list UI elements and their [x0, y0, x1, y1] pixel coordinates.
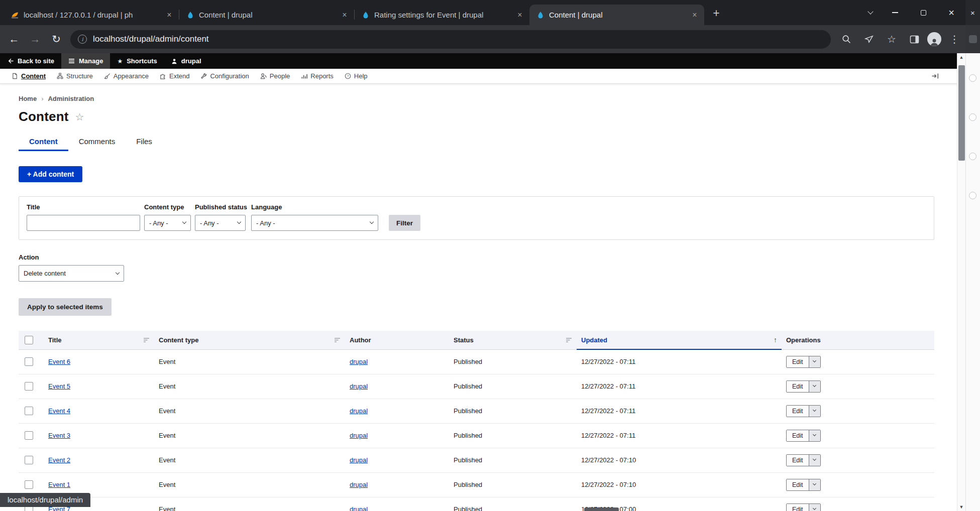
menu-item-appearance[interactable]: Appearance — [98, 69, 154, 83]
menu-item-extend[interactable]: Extend — [154, 69, 195, 83]
drupal-admin-toolbar: Back to site Manage ★ Shortcuts drupal — [0, 53, 980, 69]
maximize-button[interactable] — [909, 0, 937, 25]
sort-icon[interactable] — [566, 337, 572, 343]
header-title[interactable]: Title — [48, 336, 62, 344]
edit-dropdown-toggle[interactable] — [809, 406, 820, 417]
new-tab-button[interactable]: + — [709, 7, 723, 21]
author-link[interactable]: drupal — [350, 505, 368, 511]
breadcrumb-home-link[interactable]: Home — [19, 95, 37, 102]
zoom-icon[interactable] — [837, 30, 856, 49]
menu-item-structure[interactable]: Structure — [51, 69, 98, 83]
content-title-link[interactable]: Event 3 — [48, 432, 70, 439]
author-link[interactable]: drupal — [350, 432, 368, 439]
apply-to-selected-button[interactable]: Apply to selected items — [19, 298, 112, 316]
language-select[interactable]: - Any - — [251, 215, 378, 231]
back-to-site-button[interactable]: Back to site — [0, 53, 61, 69]
edit-button[interactable]: Edit — [787, 381, 809, 392]
back-button[interactable]: ← — [4, 29, 24, 49]
tab-comments[interactable]: Comments — [68, 133, 126, 151]
page-scrollbar[interactable]: ▲ ▼ — [957, 53, 965, 511]
content-title-link[interactable]: Event 4 — [48, 407, 70, 415]
scroll-down-arrow-icon[interactable]: ▼ — [957, 503, 965, 511]
sort-icon[interactable] — [143, 337, 150, 343]
header-updated-sort-link[interactable]: Updated — [581, 336, 607, 344]
profile-avatar[interactable] — [927, 32, 941, 46]
edit-button[interactable]: Edit — [787, 479, 809, 490]
browser-tab-content-active[interactable]: Content | drupal × — [529, 5, 704, 25]
published-status-select[interactable]: - Any - — [195, 215, 246, 231]
tab-files[interactable]: Files — [126, 133, 163, 151]
content-title-link[interactable]: Event 1 — [48, 481, 70, 488]
tab-close-icon[interactable]: × — [165, 11, 174, 20]
side-panel-icon[interactable] — [905, 30, 924, 49]
edit-dropdown-toggle[interactable] — [809, 381, 820, 392]
tab-close-icon[interactable]: × — [340, 11, 349, 20]
header-status[interactable]: Status — [454, 336, 474, 344]
page-tabs: Content Comments Files — [19, 133, 953, 151]
edit-button[interactable]: Edit — [787, 356, 809, 367]
user-account-button[interactable]: drupal — [164, 53, 208, 69]
address-bar[interactable]: i localhost/drupal/admin/content — [70, 30, 831, 49]
row-checkbox[interactable] — [25, 407, 33, 415]
browser-menu-icon[interactable]: ⋮ — [945, 30, 964, 49]
title-filter-input[interactable] — [27, 215, 140, 231]
menu-item-reports[interactable]: Reports — [295, 69, 339, 83]
share-icon[interactable] — [859, 30, 879, 49]
author-link[interactable]: drupal — [350, 382, 368, 390]
menu-item-configuration[interactable]: Configuration — [195, 69, 254, 83]
toolbar-orientation-toggle[interactable] — [931, 73, 939, 79]
row-checkbox[interactable] — [25, 382, 33, 391]
content-title-link[interactable]: Event 5 — [48, 382, 70, 390]
scroll-up-arrow-icon[interactable]: ▲ — [957, 53, 965, 61]
site-info-icon[interactable]: i — [78, 35, 87, 44]
tab-close-icon[interactable]: × — [515, 11, 524, 20]
browser-tab-content-1[interactable]: Content | drupal × — [179, 5, 354, 25]
row-checkbox[interactable] — [25, 431, 33, 440]
browser-tab-rating-settings[interactable]: Rating settings for Event | drupal × — [355, 5, 529, 25]
tab-content[interactable]: Content — [19, 133, 68, 151]
edit-button[interactable]: Edit — [787, 504, 809, 511]
action-select[interactable]: Delete content — [19, 265, 124, 282]
tab-search-chevron-icon[interactable] — [860, 0, 881, 25]
edit-dropdown-toggle[interactable] — [809, 356, 820, 367]
filter-button[interactable]: Filter — [389, 215, 420, 231]
bookmark-star-icon[interactable]: ☆ — [882, 30, 901, 49]
shortcuts-button[interactable]: ★ Shortcuts — [110, 53, 164, 69]
reload-button[interactable]: ↻ — [46, 29, 66, 49]
row-checkbox[interactable] — [25, 456, 33, 464]
author-link[interactable]: drupal — [350, 358, 368, 365]
manage-menu-button[interactable]: Manage — [61, 53, 110, 69]
favorite-star-icon[interactable]: ☆ — [75, 112, 84, 122]
author-link[interactable]: drupal — [350, 481, 368, 488]
menu-item-help[interactable]: ? Help — [339, 69, 373, 83]
edit-button[interactable]: Edit — [787, 406, 809, 417]
minimize-button[interactable] — [881, 0, 909, 25]
row-checkbox[interactable] — [25, 357, 33, 366]
sort-icon[interactable] — [334, 337, 341, 343]
edit-dropdown-toggle[interactable] — [809, 455, 820, 466]
content-type-select[interactable]: - Any - — [144, 215, 191, 231]
scrollbar-track[interactable] — [957, 61, 965, 503]
add-content-button[interactable]: + Add content — [19, 166, 82, 182]
forward-button[interactable]: → — [25, 29, 45, 49]
edit-dropdown-toggle[interactable] — [809, 479, 820, 490]
header-content-type[interactable]: Content type — [159, 336, 198, 344]
edit-button[interactable]: Edit — [787, 430, 809, 441]
pager-partial[interactable] — [584, 507, 619, 511]
author-link[interactable]: drupal — [350, 407, 368, 415]
scrollbar-thumb[interactable] — [958, 65, 965, 161]
adjacent-window-icon — [969, 153, 976, 160]
edit-dropdown-toggle[interactable] — [809, 504, 820, 511]
tab-close-icon[interactable]: × — [690, 11, 699, 20]
content-title-link[interactable]: Event 6 — [48, 358, 70, 365]
edit-dropdown-toggle[interactable] — [809, 430, 820, 441]
author-link[interactable]: drupal — [350, 456, 368, 464]
menu-item-people[interactable]: People — [255, 69, 295, 83]
select-all-checkbox[interactable] — [25, 336, 33, 344]
browser-tab-phpmyadmin[interactable]: localhost / 127.0.0.1 / drupal | ph × — [4, 5, 179, 25]
menu-item-content[interactable]: Content — [6, 69, 51, 83]
close-window-button[interactable]: × — [937, 0, 965, 25]
row-checkbox[interactable] — [25, 480, 33, 489]
content-title-link[interactable]: Event 2 — [48, 456, 70, 464]
edit-button[interactable]: Edit — [787, 455, 809, 466]
